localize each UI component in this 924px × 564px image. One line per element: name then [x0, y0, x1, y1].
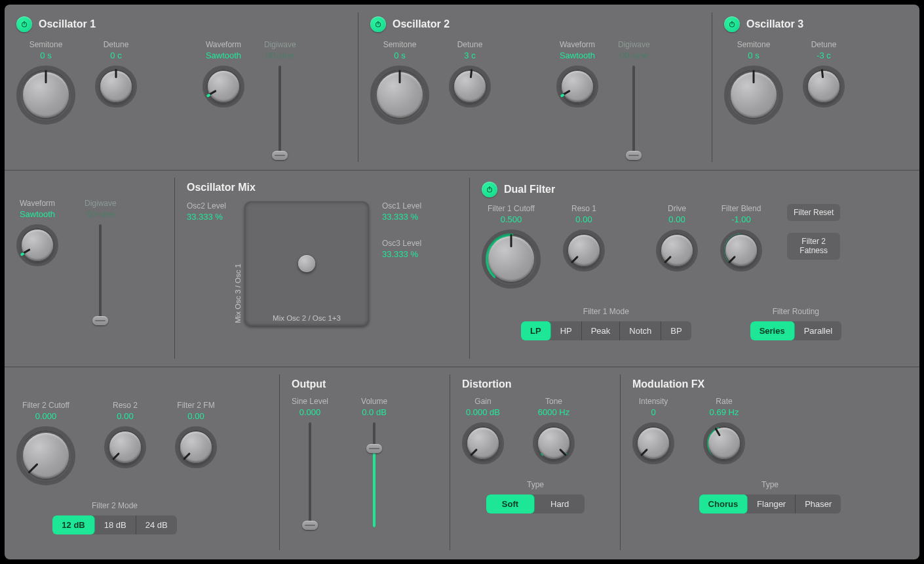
- dist-gain-knob[interactable]: [462, 422, 504, 464]
- osc3-digiwave-value: 00-sine: [87, 209, 115, 219]
- f1mode-bp[interactable]: BP: [661, 321, 691, 340]
- f2mode-seg: 12 dB 18 dB 24 dB: [52, 515, 176, 534]
- reso2-knob[interactable]: [104, 426, 146, 468]
- osc-mix-dot[interactable]: [298, 255, 315, 272]
- osc1-digiwave-slider[interactable]: [272, 66, 288, 157]
- f2fm-value: 0.00: [187, 411, 204, 421]
- volume-label: Volume: [361, 397, 387, 406]
- sine-level-slider[interactable]: [302, 422, 318, 527]
- oscillator-1-section: Oscillator 1 Semitone 0 s Detune 0 c: [5, 5, 358, 170]
- f2cutoff-knob[interactable]: [16, 426, 75, 485]
- osc3-digiwave-slider[interactable]: [92, 224, 108, 323]
- dist-tone-knob[interactable]: [533, 422, 575, 464]
- dist-type-label: Type: [527, 480, 544, 489]
- f2mode-18db[interactable]: 18 dB: [95, 515, 136, 534]
- f2mode-24db[interactable]: 24 dB: [136, 515, 177, 534]
- osc2-waveform-value: Sawtooth: [560, 50, 595, 60]
- filter-reset-button[interactable]: Filter Reset: [787, 204, 840, 221]
- osc1-waveform-label: Waveform: [206, 40, 241, 49]
- reso1-label: Reso 1: [571, 204, 596, 213]
- osc1-digiwave-value: 00-sine: [266, 50, 294, 60]
- osc-mix-pad[interactable]: Mix Osc 2 / Osc 1+3: [244, 201, 369, 326]
- dualfilter-title: Dual Filter: [504, 184, 555, 195]
- modfx-phaser[interactable]: Phaser: [796, 494, 841, 514]
- f1mode-lp[interactable]: LP: [521, 321, 551, 340]
- f1mode-label: Filter 1 Mode: [583, 307, 629, 316]
- osc2-power-button[interactable]: [370, 16, 386, 32]
- routing-series[interactable]: Series: [750, 321, 795, 340]
- drive-value: 0.00: [668, 214, 685, 224]
- dist-type-hard[interactable]: Hard: [535, 494, 585, 514]
- osc2-semitone-label: Semitone: [383, 40, 417, 49]
- modfx-intensity-label: Intensity: [639, 397, 668, 406]
- filter2-section: Filter 2 Cutoff 0.000 Reso 2 0.00: [5, 367, 280, 558]
- osc1-semitone-knob[interactable]: [16, 66, 75, 125]
- oscillator-mix-section: Oscillator Mix Osc2 Level 33.333 % Mix O…: [175, 170, 470, 367]
- modfx-chorus[interactable]: Chorus: [699, 494, 748, 514]
- osc3-title: Oscillator 3: [746, 18, 803, 30]
- modfx-intensity-knob[interactable]: [632, 422, 674, 464]
- modfx-flanger[interactable]: Flanger: [748, 494, 796, 514]
- f1mode-peak[interactable]: Peak: [582, 321, 621, 340]
- osc1-semitone-value: 0 s: [40, 50, 51, 60]
- modfx-rate-value: 0.69 Hz: [710, 407, 739, 417]
- osc3-detune-label: Detune: [811, 40, 837, 49]
- osc2-digiwave-value: 00-sine: [620, 50, 648, 60]
- osc1-power-button[interactable]: [16, 16, 32, 32]
- osc3-waveform-value: Sawtooth: [20, 209, 55, 219]
- modfx-rate-knob[interactable]: [703, 422, 745, 464]
- routing-parallel[interactable]: Parallel: [795, 321, 841, 340]
- f1mode-hp[interactable]: HP: [551, 321, 582, 340]
- f2cutoff-value: 0.000: [35, 411, 57, 421]
- osc1-semitone-label: Semitone: [29, 40, 63, 49]
- output-title: Output: [292, 378, 326, 390]
- dualfilter-power-button[interactable]: [482, 182, 497, 197]
- reso1-knob[interactable]: [563, 230, 605, 272]
- f2cutoff-label: Filter 2 Cutoff: [22, 401, 69, 410]
- osc3-detune-knob[interactable]: [803, 66, 845, 108]
- drive-knob[interactable]: [656, 230, 698, 272]
- dist-type-seg: Soft Hard: [486, 494, 585, 514]
- f2mode-label: Filter 2 Mode: [92, 501, 138, 510]
- osc2-semitone-knob[interactable]: [370, 66, 429, 125]
- drive-label: Drive: [668, 204, 686, 213]
- f1mode-seg: LP HP Peak Notch BP: [521, 321, 691, 340]
- filter2-fatness-button[interactable]: Filter 2Fatness: [787, 233, 840, 260]
- osc3-semitone-knob[interactable]: [724, 66, 783, 125]
- f1cutoff-knob[interactable]: [482, 230, 541, 289]
- dist-type-soft[interactable]: Soft: [486, 494, 535, 514]
- dist-title: Distortion: [462, 378, 512, 390]
- osc3-detune-value: -3 c: [817, 50, 831, 60]
- osc3-power-button[interactable]: [724, 16, 740, 32]
- f2fm-knob[interactable]: [175, 426, 217, 468]
- osc3-level-value: 33.333 %: [382, 249, 418, 259]
- dist-tone-label: Tone: [545, 397, 562, 406]
- osc2-level-value: 33.333 %: [187, 212, 223, 222]
- dist-gain-value: 0.000 dB: [466, 407, 500, 417]
- power-icon: [728, 20, 736, 28]
- reso1-value: 0.00: [575, 214, 592, 224]
- osc3-waveform-label: Waveform: [20, 199, 55, 208]
- osc2-digiwave-slider[interactable]: [626, 66, 642, 157]
- osc2-detune-knob[interactable]: [449, 66, 491, 108]
- osc2-level-label: Osc2 Level: [187, 201, 226, 211]
- oscmix-title: Oscillator Mix: [187, 182, 256, 193]
- f1cutoff-label: Filter 1 Cutoff: [488, 204, 535, 213]
- oscillator-2-section: Oscillator 2 Semitone 0 s Detune 3 c: [358, 5, 712, 170]
- volume-slider[interactable]: [366, 422, 382, 527]
- osc2-waveform-knob[interactable]: [556, 66, 598, 108]
- f2mode-12db[interactable]: 12 dB: [52, 515, 94, 534]
- osc1-level-label: Osc1 Level: [382, 201, 421, 211]
- modfx-title: Modulation FX: [632, 378, 704, 390]
- osc1-waveform-knob[interactable]: [202, 66, 244, 108]
- osc2-title: Oscillator 2: [393, 18, 450, 30]
- power-icon: [20, 20, 28, 28]
- osc3-extras: Waveform Sawtooth Digiwave 00-sine: [5, 170, 175, 367]
- f1mode-notch[interactable]: Notch: [620, 321, 661, 340]
- osc-mix-ylabel: Mix Osc 3 / Osc 1: [234, 264, 242, 323]
- osc3-waveform-knob[interactable]: [16, 224, 58, 266]
- reso2-value: 0.00: [117, 411, 133, 421]
- osc1-detune-knob[interactable]: [95, 66, 137, 108]
- blend-knob[interactable]: [720, 230, 762, 272]
- output-section: Output Sine Level 0.000 Volume 0.0 dB: [280, 367, 450, 558]
